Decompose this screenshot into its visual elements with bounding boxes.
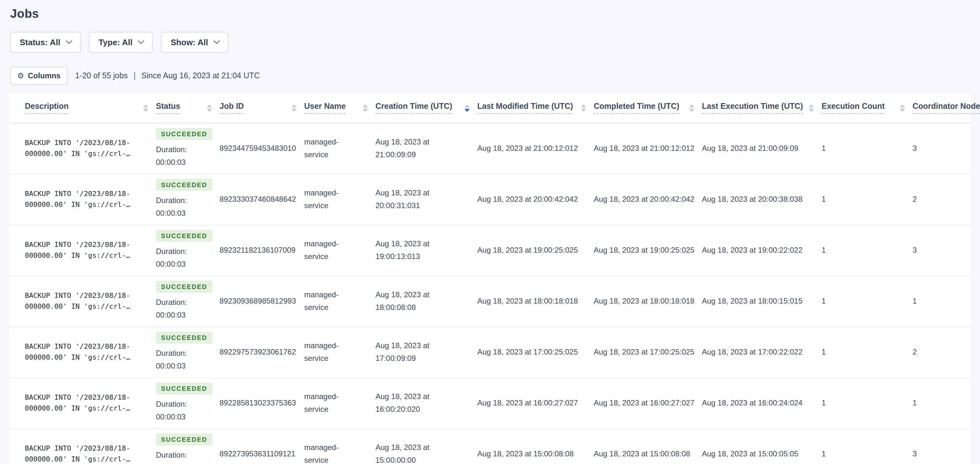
column-label-job_id[interactable]: Job ID	[220, 102, 244, 114]
column-label-last_execution[interactable]: Last Execution Time (UTC)	[702, 102, 803, 114]
last-execution-time: Aug 18, 2023 at 21:00:09:09	[702, 123, 821, 174]
user-name-text: managed-service	[304, 136, 354, 161]
last-execution-time: Aug 18, 2023 at 16:00:24:024	[702, 378, 821, 428]
column-header-job_id[interactable]: Job ID	[220, 94, 304, 123]
job-description-line: 000000.00' IN 'gs://crl-…	[25, 454, 156, 464]
sort-icon-job_id[interactable]	[291, 104, 296, 112]
job-description[interactable]: BACKUP INTO '/2023/08/18-000000.00' IN '…	[9, 428, 156, 464]
show-filter-dropdown[interactable]: Show: All	[161, 32, 229, 53]
show-filter-label: Show: All	[171, 38, 208, 47]
job-description[interactable]: BACKUP INTO '/2023/08/18-000000.00' IN '…	[9, 225, 156, 276]
sort-icon-user_name[interactable]	[363, 104, 368, 112]
job-description-line: 000000.00' IN 'gs://crl-…	[25, 250, 156, 261]
job-description[interactable]: BACKUP INTO '/2023/08/18-000000.00' IN '…	[9, 276, 156, 327]
since-text: Since Aug 16, 2023 at 21:04 UTC	[141, 71, 260, 80]
type-filter-dropdown[interactable]: Type: All	[89, 32, 153, 53]
sort-icon-last_execution[interactable]	[809, 104, 814, 112]
column-label-user_name[interactable]: User Name	[304, 102, 346, 114]
status-cell: SUCCEEDEDDuration: 00:00:03	[156, 123, 220, 174]
column-header-description[interactable]: Description	[9, 94, 156, 123]
column-header-coordinator_node[interactable]: Coordinator Node	[913, 94, 971, 123]
table-row[interactable]: BACKUP INTO '/2023/08/18-000000.00' IN '…	[9, 174, 971, 225]
job-id[interactable]: 892321182136107009	[220, 225, 304, 276]
last-modified-time: Aug 18, 2023 at 20:00:42:042	[477, 174, 594, 225]
sort-icon-status[interactable]	[207, 104, 212, 112]
status-cell: SUCCEEDEDDuration: 00:00:03	[156, 174, 220, 225]
table-row[interactable]: BACKUP INTO '/2023/08/18-000000.00' IN '…	[9, 378, 971, 428]
completed-time: Aug 18, 2023 at 18:00:18:018	[594, 276, 702, 327]
status-cell: SUCCEEDEDDuration: 00:00:03	[156, 428, 220, 464]
completed-time: Aug 18, 2023 at 19:00:25:025	[594, 225, 702, 276]
creation-time: Aug 18, 2023 at 17:00:09:09	[375, 327, 477, 378]
chevron-down-icon	[66, 37, 72, 44]
execution-count: 1	[821, 123, 913, 174]
job-description-line: 000000.00' IN 'gs://crl-…	[25, 301, 156, 312]
last-execution-time: Aug 18, 2023 at 20:00:38:038	[702, 174, 821, 225]
job-description[interactable]: BACKUP INTO '/2023/08/18-000000.00' IN '…	[9, 378, 156, 428]
job-description-line: 000000.00' IN 'gs://crl-…	[25, 199, 156, 210]
jobs-table-card: DescriptionStatusJob IDUser NameCreation…	[9, 94, 971, 464]
status-badge: SUCCEEDED	[156, 128, 212, 140]
table-row[interactable]: BACKUP INTO '/2023/08/18-000000.00' IN '…	[9, 123, 971, 174]
sort-icon-execution_count[interactable]	[900, 104, 905, 112]
column-header-creation_time[interactable]: Creation Time (UTC)	[375, 94, 477, 123]
column-header-user_name[interactable]: User Name	[304, 94, 375, 123]
coordinator-node: 3	[913, 225, 971, 276]
column-label-execution_count[interactable]: Execution Count	[821, 102, 885, 114]
execution-count: 1	[821, 378, 913, 428]
column-header-last_modified[interactable]: Last Modified Time (UTC)	[477, 94, 594, 123]
coordinator-node: 1	[913, 378, 971, 428]
coordinator-node: 2	[913, 174, 971, 225]
sort-icon-creation_time[interactable]	[465, 104, 469, 112]
table-row[interactable]: BACKUP INTO '/2023/08/18-000000.00' IN '…	[9, 428, 971, 464]
column-label-description[interactable]: Description	[25, 102, 69, 114]
user-name-text: managed-service	[304, 339, 354, 365]
sort-icon-completed_time[interactable]	[689, 104, 694, 112]
sort-icon-last_modified[interactable]	[581, 104, 586, 112]
table-header: DescriptionStatusJob IDUser NameCreation…	[9, 94, 971, 123]
job-duration: Duration: 00:00:03	[156, 347, 209, 372]
creation-time-text: Aug 18, 2023 at 16:00:20:020	[375, 390, 447, 416]
column-label-completed_time[interactable]: Completed Time (UTC)	[594, 102, 679, 114]
coordinator-node: 1	[913, 276, 971, 327]
column-label-status[interactable]: Status	[156, 102, 180, 114]
column-label-coordinator_node[interactable]: Coordinator Node	[913, 102, 980, 114]
chevron-down-icon	[213, 37, 220, 44]
last-modified-time: Aug 18, 2023 at 15:00:08:08	[477, 428, 594, 464]
user-name-text: managed-service	[304, 187, 354, 212]
column-header-execution_count[interactable]: Execution Count	[821, 94, 913, 123]
column-header-completed_time[interactable]: Completed Time (UTC)	[594, 94, 702, 123]
columns-button[interactable]: ⚙ Columns	[10, 67, 67, 85]
table-row[interactable]: BACKUP INTO '/2023/08/18-000000.00' IN '…	[9, 276, 971, 327]
sort-icon-description[interactable]	[143, 104, 148, 112]
job-description-line: BACKUP INTO '/2023/08/18-	[25, 443, 156, 454]
column-header-last_execution[interactable]: Last Execution Time (UTC)	[702, 94, 821, 123]
status-filter-dropdown[interactable]: Status: All	[10, 32, 81, 53]
chevron-down-icon	[138, 37, 145, 44]
user-name: managed-service	[304, 378, 375, 428]
status-cell: SUCCEEDEDDuration: 00:00:03	[156, 327, 220, 378]
job-id[interactable]: 892273953631109121	[220, 428, 304, 464]
job-id[interactable]: 892333037460848642	[220, 174, 304, 225]
job-id[interactable]: 892297573923061762	[220, 327, 304, 378]
job-description[interactable]: BACKUP INTO '/2023/08/18-000000.00' IN '…	[9, 327, 156, 378]
job-duration: Duration: 00:00:03	[156, 194, 209, 220]
creation-time-text: Aug 18, 2023 at 20:00:31:031	[375, 187, 447, 212]
status-badge: SUCCEEDED	[156, 230, 212, 242]
job-description-line: BACKUP INTO '/2023/08/18-	[25, 239, 156, 250]
job-description[interactable]: BACKUP INTO '/2023/08/18-000000.00' IN '…	[9, 174, 156, 225]
table-row[interactable]: BACKUP INTO '/2023/08/18-000000.00' IN '…	[9, 225, 971, 276]
column-header-status[interactable]: Status	[156, 94, 220, 123]
last-execution-time: Aug 18, 2023 at 15:00:05:05	[702, 428, 821, 464]
user-name-text: managed-service	[304, 288, 354, 314]
job-id[interactable]: 892285813023375363	[220, 378, 304, 428]
job-id[interactable]: 892309368985812993	[220, 276, 304, 327]
job-description[interactable]: BACKUP INTO '/2023/08/18-000000.00' IN '…	[9, 123, 156, 174]
column-label-creation_time[interactable]: Creation Time (UTC)	[375, 102, 452, 114]
job-id[interactable]: 892344759453483010	[220, 123, 304, 174]
completed-time: Aug 18, 2023 at 20:00:42:042	[594, 174, 702, 225]
jobs-count-text: 1-20 of 55 jobs	[75, 71, 127, 80]
table-row[interactable]: BACKUP INTO '/2023/08/18-000000.00' IN '…	[9, 327, 971, 378]
column-label-last_modified[interactable]: Last Modified Time (UTC)	[477, 102, 573, 114]
job-description-line: 000000.00' IN 'gs://crl-…	[25, 352, 156, 363]
